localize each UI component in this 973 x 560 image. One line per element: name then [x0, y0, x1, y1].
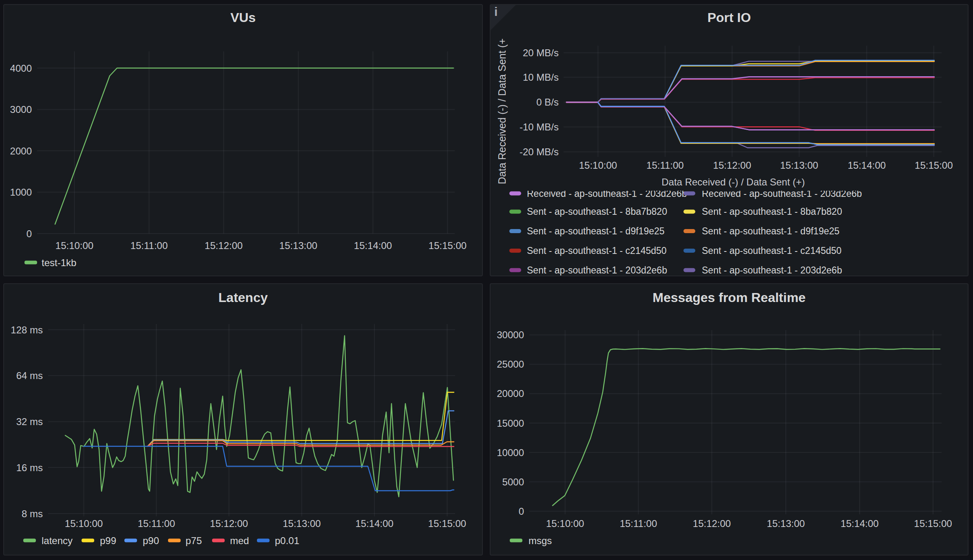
svg-text:15000: 15000 [497, 418, 524, 429]
svg-text:Messages from Realtime: Messages from Realtime [652, 290, 805, 305]
svg-text:Sent - ap-southeast-1 - c2145d: Sent - ap-southeast-1 - c2145d50 [527, 245, 667, 256]
svg-text:15:13:00: 15:13:00 [283, 518, 321, 529]
svg-text:15:10:00: 15:10:00 [55, 240, 93, 251]
svg-text:p90: p90 [143, 535, 159, 546]
svg-text:p99: p99 [100, 535, 116, 546]
svg-text:20 MB/s: 20 MB/s [523, 47, 559, 58]
svg-text:15:14:00: 15:14:00 [840, 518, 878, 529]
svg-text:15:12:00: 15:12:00 [713, 160, 751, 171]
svg-text:15:12:00: 15:12:00 [210, 518, 248, 529]
svg-text:Received - ap-southeast-1 - 20: Received - ap-southeast-1 - 203d2e6b [527, 188, 687, 199]
svg-text:i: i [494, 5, 498, 18]
svg-text:16 ms: 16 ms [16, 462, 43, 473]
svg-text:2000: 2000 [10, 146, 32, 157]
svg-text:3000: 3000 [10, 104, 32, 115]
svg-text:4000: 4000 [10, 63, 32, 74]
svg-text:30000: 30000 [497, 329, 524, 340]
svg-text:p75: p75 [186, 535, 202, 546]
svg-text:15:13:00: 15:13:00 [780, 160, 818, 171]
svg-text:10 MB/s: 10 MB/s [523, 72, 559, 83]
svg-text:VUs: VUs [230, 10, 256, 25]
svg-text:-10 MB/s: -10 MB/s [520, 121, 559, 132]
svg-text:15:12:00: 15:12:00 [205, 240, 243, 251]
svg-text:p0.01: p0.01 [275, 535, 299, 546]
svg-text:15:11:00: 15:11:00 [620, 518, 657, 529]
svg-text:Data Received (-) / Data Sent: Data Received (-) / Data Sent (+ [496, 38, 508, 184]
svg-text:15:11:00: 15:11:00 [130, 240, 168, 251]
svg-text:Sent - ap-southeast-1 - 8ba7b8: Sent - ap-southeast-1 - 8ba7b820 [527, 206, 667, 217]
svg-text:Sent - ap-southeast-1 - 8ba7b8: Sent - ap-southeast-1 - 8ba7b820 [702, 206, 842, 217]
svg-text:15:11:00: 15:11:00 [138, 518, 175, 529]
svg-text:0: 0 [27, 228, 32, 239]
svg-text:15:15:00: 15:15:00 [429, 240, 467, 251]
svg-text:64 ms: 64 ms [16, 370, 43, 381]
svg-text:15:13:00: 15:13:00 [279, 240, 317, 251]
svg-text:med: med [230, 535, 249, 546]
svg-text:Port IO: Port IO [708, 10, 751, 25]
svg-text:Data Received (-) / Data Sent: Data Received (-) / Data Sent (+) [661, 176, 805, 187]
svg-text:1000: 1000 [10, 187, 32, 198]
svg-text:20000: 20000 [497, 388, 524, 399]
svg-text:latency: latency [42, 535, 73, 546]
svg-text:10000: 10000 [497, 447, 524, 458]
svg-text:15:10:00: 15:10:00 [579, 160, 617, 171]
svg-text:32 ms: 32 ms [16, 416, 43, 427]
svg-text:15:15:00: 15:15:00 [915, 160, 953, 171]
svg-text:test-1kb: test-1kb [42, 257, 76, 268]
svg-text:15:14:00: 15:14:00 [354, 240, 392, 251]
svg-text:15:15:00: 15:15:00 [914, 518, 952, 529]
svg-text:Latency: Latency [219, 290, 268, 305]
svg-text:Sent - ap-southeast-1 - d9f19e: Sent - ap-southeast-1 - d9f19e25 [527, 226, 665, 236]
svg-text:msgs: msgs [529, 535, 552, 546]
svg-text:15:14:00: 15:14:00 [848, 160, 886, 171]
svg-text:0 B/s: 0 B/s [536, 97, 559, 108]
svg-text:Sent - ap-southeast-1 - 203d2e: Sent - ap-southeast-1 - 203d2e6b [702, 265, 842, 276]
svg-text:Sent - ap-southeast-1 - 203d2e: Sent - ap-southeast-1 - 203d2e6b [527, 265, 667, 276]
svg-text:Received - ap-southeast-1 - 20: Received - ap-southeast-1 - 203d2e6b [702, 188, 862, 199]
svg-text:-20 MB/s: -20 MB/s [520, 146, 559, 157]
svg-text:15:13:00: 15:13:00 [767, 518, 805, 529]
svg-text:15:11:00: 15:11:00 [646, 160, 684, 171]
svg-text:15:10:00: 15:10:00 [546, 518, 584, 529]
svg-text:15:15:00: 15:15:00 [428, 518, 466, 529]
svg-text:15:14:00: 15:14:00 [355, 518, 393, 529]
svg-text:0: 0 [519, 506, 524, 517]
svg-text:5000: 5000 [502, 476, 524, 487]
svg-text:128 ms: 128 ms [11, 324, 43, 335]
svg-text:15:10:00: 15:10:00 [65, 518, 103, 529]
svg-text:25000: 25000 [497, 359, 524, 370]
svg-text:15:12:00: 15:12:00 [693, 518, 731, 529]
svg-text:8 ms: 8 ms [22, 508, 43, 519]
svg-text:Sent - ap-southeast-1 - c2145d: Sent - ap-southeast-1 - c2145d50 [702, 245, 842, 256]
svg-text:Sent - ap-southeast-1 - d9f19e: Sent - ap-southeast-1 - d9f19e25 [702, 226, 840, 236]
